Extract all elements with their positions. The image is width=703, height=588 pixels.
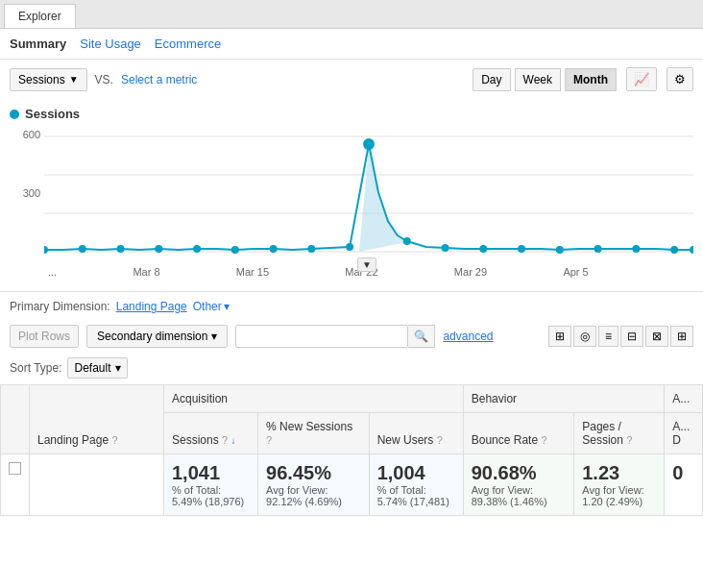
select-metric-link[interactable]: Select a metric — [121, 73, 197, 86]
x-label-dots: ... — [48, 266, 57, 278]
totals-conv-value: 0 — [672, 462, 694, 484]
th-conversions-group: A... — [665, 385, 703, 413]
th-pct-new-label: % New Sessions — [266, 420, 352, 433]
search-icon-button[interactable]: 🔍 — [408, 325, 435, 348]
svg-point-5 — [44, 246, 48, 254]
th-new-users: New Users ? — [369, 413, 463, 454]
svg-point-9 — [193, 245, 201, 253]
totals-pct-new-cell: 96.45% Avg for View: 92.12% (4.69%) — [258, 454, 370, 516]
x-axis-labels: ... Mar 8 Mar 15 Mar 22 Mar 29 Apr 5 — [10, 264, 693, 278]
y-label-600: 600 — [10, 129, 40, 140]
svg-point-7 — [117, 245, 125, 253]
x-label-mar29: Mar 29 — [454, 266, 487, 278]
subnav-summary[interactable]: Summary — [10, 37, 66, 51]
subnav-ecommerce[interactable]: Ecommerce — [155, 37, 221, 51]
sort-arrow-icon: ▾ — [115, 361, 121, 375]
vs-label: VS. — [95, 73, 113, 86]
metric-select-button[interactable]: Sessions ▼ — [10, 68, 87, 91]
x-label-mar15: Mar 15 — [236, 266, 269, 278]
grid-view-icon-button[interactable]: ⊞ — [548, 326, 571, 347]
left-controls: Sessions ▼ VS. Select a metric — [10, 68, 197, 91]
sessions-sort-icon[interactable]: ↓ — [231, 435, 236, 446]
subnav-site-usage[interactable]: Site Usage — [80, 37, 141, 51]
sort-row: Sort Type: Default ▾ — [0, 354, 703, 384]
bounce-rate-help-icon[interactable]: ? — [541, 434, 546, 446]
th-behavior-group: Behavior — [463, 385, 665, 413]
svg-point-6 — [79, 245, 86, 253]
x-label-mar8: Mar 8 — [133, 266, 159, 278]
right-controls: Day Week Month 📈 ⚙ — [473, 67, 693, 91]
table-view-icon-button[interactable]: ⊟ — [620, 326, 643, 347]
day-button[interactable]: Day — [473, 68, 510, 91]
th-checkbox — [1, 385, 30, 454]
pie-view-icon-button[interactable]: ◎ — [573, 326, 596, 347]
secondary-dimension-button[interactable]: Secondary dimension ▾ — [86, 325, 228, 348]
sub-nav: Summary Site Usage Ecommerce — [0, 29, 703, 60]
th-new-users-label: New Users — [377, 433, 434, 447]
svg-point-13 — [346, 243, 353, 251]
other-dropdown[interactable]: Other ▾ — [193, 300, 230, 313]
view-icons: ⊞ ◎ ≡ ⊟ ⊠ ⊞ — [548, 326, 693, 347]
totals-bounce-rate-value: 90.68% — [472, 462, 567, 484]
th-acquisition-group: Acquisition — [164, 385, 464, 413]
landing-page-link[interactable]: Landing Page — [116, 300, 187, 313]
svg-point-15 — [403, 237, 411, 245]
sort-value-label: Default — [74, 361, 110, 375]
metric-select-label: Sessions — [18, 73, 65, 86]
week-button[interactable]: Week — [515, 68, 561, 91]
th-conv-col: A... D — [665, 413, 703, 454]
totals-bounce-rate-sub: Avg for View: 89.38% (1.46%) — [472, 484, 567, 507]
other-label: Other — [193, 300, 222, 313]
sort-select-button[interactable]: Default ▾ — [67, 357, 127, 379]
svg-point-22 — [670, 246, 678, 254]
totals-pages-session-sub: Avg for View: 1.20 (2.49%) — [582, 484, 656, 507]
totals-pages-session-value: 1.23 — [582, 462, 656, 484]
sort-type-label: Sort Type: — [10, 361, 61, 375]
pages-session-help-icon[interactable]: ? — [626, 434, 632, 446]
tab-bar: Explorer — [0, 0, 703, 29]
th-bounce-rate-label: Bounce Rate — [472, 433, 538, 447]
svg-point-21 — [632, 245, 640, 253]
totals-row: 1,041 % of Total: 5.49% (18,976) 96.45% … — [1, 454, 703, 516]
new-users-help-icon[interactable]: ? — [437, 434, 443, 446]
legend-dot-icon — [10, 110, 19, 119]
svg-point-17 — [479, 245, 487, 253]
controls-row: Sessions ▼ VS. Select a metric Day Week … — [0, 60, 703, 99]
svg-point-12 — [307, 245, 315, 253]
totals-checkbox-cell — [1, 454, 30, 516]
secondary-dim-label: Secondary dimension — [97, 330, 207, 343]
bar-view-icon-button[interactable]: ≡ — [598, 326, 618, 347]
pct-new-help-icon[interactable]: ? — [266, 434, 272, 446]
totals-landing-page-cell — [30, 454, 164, 516]
chart-dropdown-handle[interactable]: ▼ — [357, 257, 376, 272]
totals-sessions-sub: % of Total: 5.49% (18,976) — [172, 484, 250, 507]
th-pages-session: Pages / Session ? — [574, 413, 665, 454]
primary-dimension-label: Primary Dimension: — [10, 300, 110, 313]
totals-new-users-cell: 1,004 % of Total: 5.74% (17,481) — [369, 454, 463, 516]
landing-page-help-icon[interactable]: ? — [111, 434, 117, 446]
svg-point-18 — [518, 245, 525, 253]
custom-view-icon-button[interactable]: ⊞ — [670, 326, 693, 347]
svg-point-8 — [155, 245, 162, 253]
plot-rows-button[interactable]: Plot Rows — [10, 325, 79, 348]
totals-bounce-rate-cell: 90.68% Avg for View: 89.38% (1.46%) — [463, 454, 574, 516]
sessions-help-icon[interactable]: ? — [222, 434, 228, 446]
svg-point-10 — [231, 246, 239, 254]
advanced-link[interactable]: advanced — [443, 330, 493, 343]
search-input[interactable] — [235, 325, 408, 348]
line-chart-icon-button[interactable]: 📈 — [626, 67, 657, 91]
secondary-dim-arrow-icon: ▾ — [211, 330, 217, 343]
svg-point-16 — [442, 244, 449, 252]
pie-chart-icon-button[interactable]: ⚙ — [667, 67, 693, 91]
totals-conv-cell: 0 — [665, 454, 703, 516]
th-bounce-rate: Bounce Rate ? — [463, 413, 574, 454]
totals-pages-session-cell: 1.23 Avg for View: 1.20 (2.49%) — [574, 454, 665, 516]
totals-checkbox[interactable] — [9, 462, 21, 475]
explorer-tab[interactable]: Explorer — [4, 4, 76, 28]
totals-pct-new-value: 96.45% — [266, 462, 361, 484]
pivot-view-icon-button[interactable]: ⊠ — [645, 326, 668, 347]
month-button[interactable]: Month — [565, 68, 617, 91]
metric-select-arrow-icon: ▼ — [69, 74, 79, 85]
totals-sessions-value: 1,041 — [172, 462, 250, 484]
totals-new-users-value: 1,004 — [377, 462, 455, 484]
